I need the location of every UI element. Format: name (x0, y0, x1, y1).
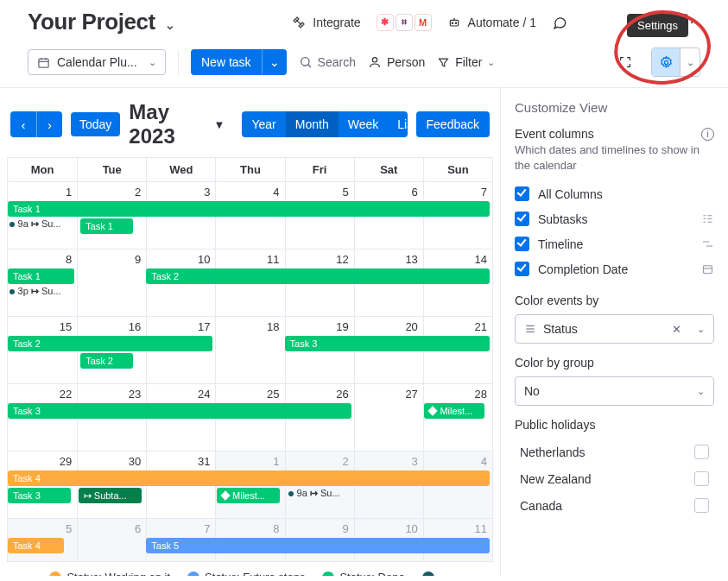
event-bar[interactable]: Task 3 (8, 488, 71, 503)
day-number: 13 (405, 253, 417, 266)
check-all-columns[interactable]: All Columns (515, 181, 714, 206)
settings-more[interactable]: ⌄ (681, 48, 700, 76)
prev-month-button[interactable]: ‹ (10, 111, 36, 137)
checkbox-icon (515, 212, 529, 226)
new-task-caret[interactable]: ⌄ (262, 49, 287, 75)
new-task-button[interactable]: New task ⌄ (191, 49, 287, 75)
project-title[interactable]: Your Project ⌄ (28, 9, 174, 35)
search-label: Search (318, 55, 356, 69)
event-sub[interactable]: 9a ↦ Su... (9, 218, 61, 230)
day-number: 5 (342, 186, 348, 199)
feedback-button[interactable]: Feedback (416, 111, 490, 137)
day-number: 17 (198, 320, 210, 333)
day-number: 8 (273, 522, 279, 535)
expand-button[interactable] (611, 48, 639, 76)
plug-icon (292, 16, 306, 29)
chevron-down-icon: ⌄ (149, 57, 156, 68)
week-row: 2930311234Task 4Task 3↦ Subta...Milest..… (8, 451, 492, 518)
check-subtasks[interactable]: Subtasks (515, 206, 714, 231)
view-week[interactable]: Week (339, 111, 389, 137)
info-icon[interactable]: i (701, 128, 714, 141)
person-button[interactable]: Person (368, 55, 425, 69)
day-header: Mon (8, 158, 77, 181)
day-number: 2 (135, 186, 141, 199)
day-cell[interactable]: 9 (77, 249, 146, 316)
filter-button[interactable]: Filter ⌄ (437, 55, 495, 69)
person-label: Person (387, 55, 425, 69)
app-icon-1: ✱ (377, 14, 394, 31)
clear-icon[interactable]: ✕ (672, 323, 681, 336)
automate-label: Automate / 1 (468, 16, 536, 29)
color-group-label: Color by group (515, 356, 714, 369)
legend: Status: Working on it Status: Future ste… (7, 571, 493, 576)
day-number: 7 (481, 186, 487, 199)
legend-item: Status: Future steps (187, 571, 305, 576)
check-timeline[interactable]: Timeline (515, 231, 714, 256)
view-dropdown-label: Calendar Plu... (57, 55, 137, 69)
event-bar[interactable]: Task 3 (285, 336, 490, 351)
day-number: 10 (198, 253, 210, 266)
event-bar[interactable]: Task 2 (146, 268, 490, 284)
day-cell[interactable]: 6 (77, 519, 146, 561)
svg-rect-7 (704, 266, 712, 274)
search-button[interactable]: Search (299, 55, 356, 69)
event-bar[interactable]: Task 4 (8, 538, 64, 553)
next-month-button[interactable]: › (36, 111, 62, 137)
event-bar[interactable]: Task 1 (80, 218, 133, 234)
checkbox-icon (694, 498, 709, 513)
day-number: 20 (405, 320, 417, 333)
event-bar[interactable]: Task 2 (80, 353, 133, 369)
color-group-select[interactable]: No ⌄ (515, 376, 714, 406)
integration-apps[interactable]: ✱ ⌗ M (377, 14, 432, 31)
chat-button[interactable] (552, 15, 567, 30)
automate-button[interactable]: Automate / 1 (447, 16, 536, 29)
today-button[interactable]: Today (71, 112, 120, 136)
app-icon-2: ⌗ (396, 14, 413, 31)
event-bar[interactable]: Task 4 (8, 470, 490, 486)
event-bar[interactable]: Task 5 (146, 538, 490, 553)
view-dropdown[interactable]: Calendar Plu... ⌄ (28, 49, 166, 75)
holiday-newzealand[interactable]: New Zealand (515, 465, 714, 492)
day-number: 11 (267, 253, 279, 266)
checkbox-icon (515, 186, 529, 201)
event-sub[interactable]: 3p ↦ Su... (9, 286, 61, 297)
day-cell[interactable]: 18 (215, 317, 284, 383)
event-bar[interactable]: Task 3 (8, 403, 351, 419)
integrate-button[interactable]: Integrate (292, 16, 360, 29)
view-list[interactable]: List (388, 111, 407, 137)
week-row: 567891011Task 4Task 5 (8, 518, 492, 561)
view-year[interactable]: Year (242, 111, 285, 137)
day-number: 10 (405, 522, 417, 535)
event-bar[interactable]: ↦ Subta... (79, 488, 142, 503)
panel-title: Customize View (515, 100, 714, 115)
day-number: 31 (198, 455, 210, 468)
event-bar[interactable]: Task 1 (8, 268, 74, 284)
svg-point-4 (301, 58, 308, 66)
calendar-icon (37, 56, 50, 69)
color-by-select[interactable]: Status ✕ ⌄ (515, 314, 714, 344)
calendar-grid: Mon Tue Wed Thu Fri Sat Sun 1234567Task … (7, 157, 493, 562)
holiday-canada[interactable]: Canada (515, 492, 714, 519)
event-bar[interactable]: Task 2 (8, 336, 212, 351)
robot-icon (447, 16, 461, 29)
day-number: 27 (405, 388, 417, 401)
event-columns-desc: Which dates and timelines to show in the… (515, 142, 714, 173)
event-columns-title: Event columns i (515, 127, 714, 141)
svg-point-6 (664, 60, 668, 64)
day-number: 8 (66, 253, 72, 266)
event-bar[interactable]: Milest... (217, 488, 280, 503)
event-bar[interactable]: Milest... (424, 403, 484, 419)
check-completion[interactable]: Completion Date (515, 256, 714, 281)
view-month[interactable]: Month (286, 111, 339, 137)
day-cell[interactable]: 27 (354, 384, 423, 451)
settings-button[interactable] (652, 48, 680, 76)
month-label[interactable]: May 2023 ▼ (129, 100, 225, 148)
event-bar[interactable]: Task 1 (8, 201, 490, 217)
chevron-down-icon: ⌄ (165, 18, 175, 32)
event-sub[interactable]: 9a ↦ Su... (288, 488, 340, 499)
person-icon (368, 55, 382, 69)
nav-arrows: ‹ › (10, 111, 62, 137)
holiday-netherlands[interactable]: Netherlands (515, 439, 714, 465)
day-number: 11 (475, 522, 487, 535)
day-number: 1 (273, 455, 279, 468)
